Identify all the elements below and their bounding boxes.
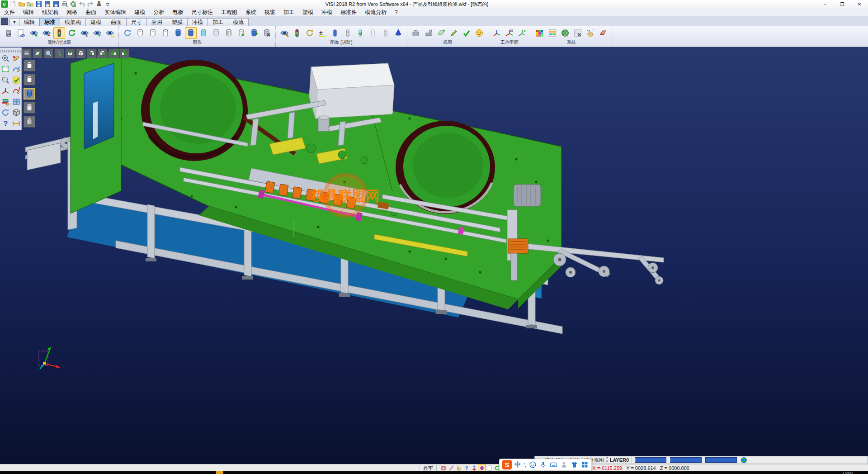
ime-punctuation-toggle[interactable]: ’, (524, 462, 526, 468)
dynamic-rotate-icon[interactable] (410, 27, 422, 39)
layer-empty-1-icon[interactable] (134, 27, 146, 39)
visibility-filter-icon[interactable] (53, 27, 65, 39)
windows-taskbar[interactable]: 15:08 (0, 471, 868, 474)
color-palette-icon[interactable] (534, 27, 546, 39)
iso-view-4-icon[interactable] (98, 48, 108, 58)
menu-item-9[interactable]: 尺寸标注 (187, 8, 217, 16)
ime-logo[interactable]: S (502, 460, 512, 469)
ime-mic-icon[interactable] (539, 461, 547, 469)
layer-selected-icon[interactable] (185, 27, 197, 39)
ucs-axis-icon[interactable] (0, 86, 10, 96)
globe-icon[interactable] (741, 457, 747, 464)
layer-color-bar-1[interactable] (670, 457, 702, 463)
layer-list-3-icon[interactable] (24, 102, 35, 114)
doc-page-icon[interactable] (486, 465, 493, 471)
refresh-view-icon[interactable] (0, 108, 10, 118)
close-button[interactable]: ✕ (851, 0, 868, 8)
menu-item-7[interactable]: 分析 (149, 8, 168, 16)
ime-person-icon[interactable] (560, 461, 568, 469)
view-check-icon[interactable] (461, 27, 472, 39)
ime-skin-icon[interactable] (571, 461, 578, 469)
confirm-checkbox-icon[interactable] (11, 75, 21, 85)
menu-item-18[interactable]: ? (391, 8, 402, 16)
layer-list-1-icon[interactable] (24, 60, 35, 71)
tab-加工[interactable]: 加工 (208, 18, 228, 26)
ime-grid-icon[interactable] (581, 461, 589, 469)
workplane-axis-icon[interactable] (491, 27, 503, 39)
render-plusminus-icon[interactable]: ± (316, 27, 328, 39)
layer-color-bar-0[interactable] (635, 457, 666, 463)
select-hand-icon[interactable] (585, 27, 596, 39)
measure-distance-icon[interactable] (11, 118, 21, 128)
view-sketch-icon[interactable] (448, 27, 460, 39)
shade-check-icon[interactable] (354, 27, 366, 39)
shade-blue-icon[interactable] (329, 27, 341, 39)
solid-cube-icon[interactable] (11, 108, 21, 118)
print-3d-icon[interactable] (471, 465, 477, 471)
menu-item-12[interactable]: 视窗 (260, 8, 279, 16)
erase-sketch-icon[interactable] (11, 53, 21, 63)
edit-wand-icon[interactable] (448, 465, 454, 471)
tab-塑膜[interactable]: 塑膜 (167, 18, 188, 26)
zoom-plusminus-icon[interactable]: ± (0, 75, 10, 85)
snapshot-camera-icon[interactable] (440, 465, 447, 471)
hide-selected-icon[interactable]: ▬ (104, 27, 116, 39)
layer-list-current-icon[interactable] (24, 88, 35, 100)
view-plane-std-icon[interactable] (33, 48, 42, 58)
system-globe-icon[interactable] (559, 27, 571, 39)
menu-item-11[interactable]: 系统 (241, 8, 260, 16)
render-filter-icon[interactable] (291, 27, 303, 39)
layer-list-2-icon[interactable] (24, 74, 35, 85)
quick-help-icon[interactable]: ? (463, 465, 470, 471)
menu-item-14[interactable]: 塑模 (298, 8, 317, 16)
layer-color-bars[interactable] (635, 457, 741, 463)
window-views-icon[interactable] (11, 97, 21, 107)
properties-doc-icon[interactable] (15, 27, 27, 39)
menu-item-4[interactable]: 曲面 (81, 8, 100, 16)
show-all-icon[interactable]: + (91, 27, 103, 39)
layer-wire-icon[interactable] (223, 27, 235, 39)
ime-emoji-icon[interactable] (529, 461, 537, 469)
menu-item-15[interactable]: 冲模 (317, 8, 336, 16)
shade-white-icon[interactable] (367, 27, 379, 39)
layer-list-trash-icon[interactable] (24, 116, 35, 128)
refresh-visibility-icon[interactable] (66, 27, 78, 39)
iso-view-2-icon[interactable] (76, 48, 86, 58)
grid-settings-icon[interactable] (597, 27, 609, 39)
highlight-diamond-icon[interactable] (478, 465, 485, 471)
tab-冲模[interactable]: 冲模 (187, 18, 208, 26)
menu-item-13[interactable]: 加工 (279, 8, 298, 16)
tab-建模[interactable]: 建模 (85, 18, 106, 26)
resize-frame-icon[interactable] (0, 64, 10, 74)
zoom-preview-icon[interactable] (0, 53, 10, 63)
ime-language-toggle[interactable]: 中 (514, 461, 521, 469)
menu-item-5[interactable]: 实体编辑 (100, 8, 130, 16)
refresh-layers-icon[interactable] (122, 27, 133, 39)
view-smiley-icon[interactable] (473, 27, 485, 39)
layer-visible-icon[interactable] (198, 27, 209, 39)
lock-toggle[interactable]: 拴牢 (420, 465, 436, 471)
iso-view-1-icon[interactable] (65, 48, 75, 58)
sketch-spline-icon[interactable] (11, 86, 21, 96)
menu-item-1[interactable]: 编辑 (19, 8, 38, 16)
menu-item-8[interactable]: 电极 (168, 8, 187, 16)
context-help-icon[interactable]: ? (0, 118, 10, 128)
dynamic-pan-icon[interactable] (423, 27, 434, 39)
tab-曲面[interactable]: 曲面 (106, 18, 127, 26)
shade-striped-icon[interactable] (342, 27, 354, 39)
menu-item-10[interactable]: 工程图 (217, 8, 241, 16)
view-plane-icon[interactable] (435, 27, 447, 39)
panel-settings-icon[interactable] (572, 27, 584, 39)
tab-编辑[interactable]: 编辑 (19, 18, 40, 26)
iso-view-6-icon[interactable] (119, 48, 129, 58)
layer-white-icon[interactable] (210, 27, 222, 39)
view-menu-icon[interactable] (22, 48, 32, 58)
render-refresh-icon[interactable] (304, 27, 316, 39)
maximize-button[interactable]: ❐ (834, 0, 851, 8)
iso-view-5-icon[interactable] (108, 48, 118, 58)
viewport-3d[interactable]: 模具联盟网 ±? ◎ 缩放 XY + 视图 绝对视图 LAYER0 (0, 47, 868, 464)
shade-cone-icon[interactable] (392, 27, 404, 39)
layer-copy-icon[interactable] (248, 27, 260, 39)
show-entities-icon[interactable]: + (28, 27, 40, 39)
minimize-button[interactable]: – (816, 0, 834, 8)
